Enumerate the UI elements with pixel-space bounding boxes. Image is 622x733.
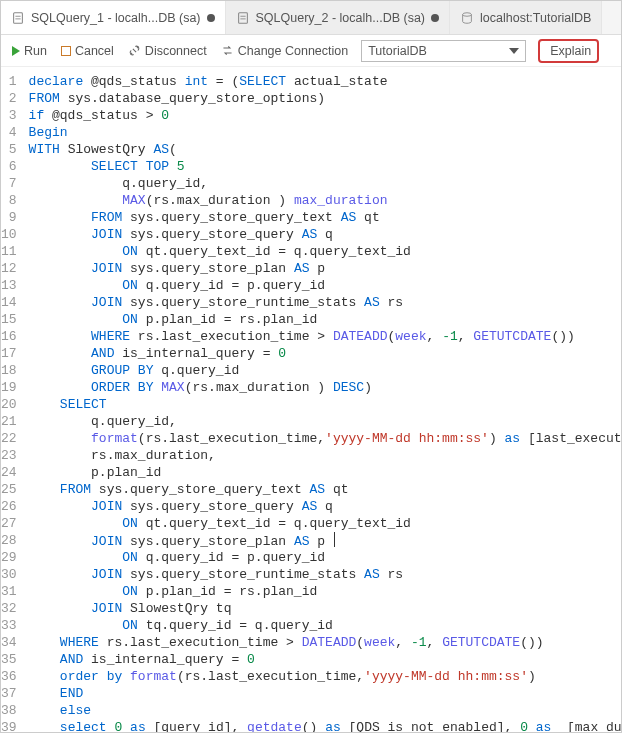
line-number: 2 [1, 90, 17, 107]
line-number: 21 [1, 413, 17, 430]
line-number: 24 [1, 464, 17, 481]
line-number: 31 [1, 583, 17, 600]
database-select[interactable]: TutorialDB [361, 40, 526, 62]
code-line[interactable]: Begin [29, 124, 621, 141]
code-line[interactable]: FROM sys.query_store_query_text AS qt [29, 209, 621, 226]
code-line[interactable]: q.query_id, [29, 413, 621, 430]
change-connection-icon [221, 44, 234, 57]
line-number: 15 [1, 311, 17, 328]
code-line[interactable]: ON q.query_id = p.query_id [29, 277, 621, 294]
code-line[interactable]: SELECT TOP 5 [29, 158, 621, 175]
explain-button[interactable]: Explain [546, 44, 591, 58]
explain-label: Explain [550, 44, 591, 58]
code-line[interactable]: else [29, 702, 621, 719]
tab-sqlquery-2[interactable]: SQLQuery_2 - localh...DB (sa) [226, 1, 451, 34]
line-number: 7 [1, 175, 17, 192]
code-line[interactable]: WHERE rs.last_execution_time > DATEADD(w… [29, 328, 621, 345]
line-number: 3 [1, 107, 17, 124]
code-line[interactable]: if @qds_status > 0 [29, 107, 621, 124]
line-number: 16 [1, 328, 17, 345]
code-line[interactable]: JOIN sys.query_store_plan AS p [29, 532, 621, 549]
line-number: 34 [1, 634, 17, 651]
code-line[interactable]: GROUP BY q.query_id [29, 362, 621, 379]
line-number: 14 [1, 294, 17, 311]
database-selected-value: TutorialDB [368, 44, 427, 58]
code-line[interactable]: WHERE rs.last_execution_time > DATEADD(w… [29, 634, 621, 651]
chevron-down-icon [509, 48, 519, 54]
line-number: 27 [1, 515, 17, 532]
code-line[interactable]: ON q.query_id = p.query_id [29, 549, 621, 566]
code-line[interactable]: SELECT [29, 396, 621, 413]
code-line[interactable]: rs.max_duration, [29, 447, 621, 464]
run-button[interactable]: Run [7, 42, 52, 60]
code-line[interactable]: ON p.plan_id = rs.plan_id [29, 583, 621, 600]
change-connection-label: Change Connection [238, 44, 349, 58]
line-number: 29 [1, 549, 17, 566]
tab-tutorialdb[interactable]: localhost:TutorialDB [450, 1, 602, 34]
line-number: 38 [1, 702, 17, 719]
line-number: 25 [1, 481, 17, 498]
code-line[interactable]: WITH SlowestQry AS( [29, 141, 621, 158]
code-line[interactable]: q.query_id, [29, 175, 621, 192]
disconnect-icon [128, 44, 141, 57]
line-number: 6 [1, 158, 17, 175]
line-number-gutter: 1234567891011121314151617181920212223242… [1, 67, 25, 732]
line-number: 23 [1, 447, 17, 464]
code-line[interactable]: AND is_internal_query = 0 [29, 651, 621, 668]
line-number: 28 [1, 532, 17, 549]
file-icon [236, 11, 250, 25]
line-number: 26 [1, 498, 17, 515]
play-icon [12, 46, 20, 56]
change-connection-button[interactable]: Change Connection [216, 42, 354, 60]
code-line[interactable]: declare @qds_status int = (SELECT actual… [29, 73, 621, 90]
line-number: 1 [1, 73, 17, 90]
code-line[interactable]: order by format(rs.last_execution_time,'… [29, 668, 621, 685]
svg-rect-3 [238, 12, 247, 23]
code-line[interactable]: ON tq.query_id = q.query_id [29, 617, 621, 634]
code-line[interactable]: ON p.plan_id = rs.plan_id [29, 311, 621, 328]
code-line[interactable]: ON qt.query_text_id = q.query_text_id [29, 515, 621, 532]
code-line[interactable]: END [29, 685, 621, 702]
line-number: 9 [1, 209, 17, 226]
line-number: 10 [1, 226, 17, 243]
disconnect-label: Disconnect [145, 44, 207, 58]
run-label: Run [24, 44, 47, 58]
line-number: 19 [1, 379, 17, 396]
tab-label: SQLQuery_2 - localh...DB (sa) [256, 11, 426, 25]
line-number: 4 [1, 124, 17, 141]
code-area[interactable]: declare @qds_status int = (SELECT actual… [25, 67, 621, 732]
code-line[interactable]: JOIN sys.query_store_query AS q [29, 498, 621, 515]
database-icon [460, 11, 474, 25]
code-line[interactable]: p.plan_id [29, 464, 621, 481]
line-number: 36 [1, 668, 17, 685]
stop-icon [61, 46, 71, 56]
line-number: 17 [1, 345, 17, 362]
code-line[interactable]: AND is_internal_query = 0 [29, 345, 621, 362]
query-toolbar: Run Cancel Disconnect Change Connection … [1, 35, 621, 67]
line-number: 39 [1, 719, 17, 732]
tab-sqlquery-1[interactable]: SQLQuery_1 - localh...DB (sa) [1, 1, 226, 34]
code-line[interactable]: select 0 as [query_id], getdate() as [QD… [29, 719, 621, 732]
line-number: 12 [1, 260, 17, 277]
code-line[interactable]: JOIN sys.query_store_runtime_stats AS rs [29, 566, 621, 583]
code-line[interactable]: FROM sys.database_query_store_options) [29, 90, 621, 107]
code-line[interactable]: format(rs.last_execution_time,'yyyy-MM-d… [29, 430, 621, 447]
cancel-label: Cancel [75, 44, 114, 58]
disconnect-button[interactable]: Disconnect [123, 42, 212, 60]
code-line[interactable]: JOIN SlowestQry tq [29, 600, 621, 617]
code-line[interactable]: ORDER BY MAX(rs.max_duration ) DESC) [29, 379, 621, 396]
code-line[interactable]: FROM sys.query_store_query_text AS qt [29, 481, 621, 498]
code-line[interactable]: JOIN sys.query_store_query AS q [29, 226, 621, 243]
code-line[interactable]: JOIN sys.query_store_plan AS p [29, 260, 621, 277]
line-number: 20 [1, 396, 17, 413]
svg-rect-0 [14, 12, 23, 23]
line-number: 18 [1, 362, 17, 379]
line-number: 33 [1, 617, 17, 634]
code-line[interactable]: JOIN sys.query_store_runtime_stats AS rs [29, 294, 621, 311]
file-icon [11, 11, 25, 25]
code-line[interactable]: MAX(rs.max_duration ) max_duration [29, 192, 621, 209]
code-editor[interactable]: 1234567891011121314151617181920212223242… [1, 67, 621, 732]
cancel-button[interactable]: Cancel [56, 42, 119, 60]
code-line[interactable]: ON qt.query_text_id = q.query_text_id [29, 243, 621, 260]
dirty-indicator-icon [431, 14, 439, 22]
